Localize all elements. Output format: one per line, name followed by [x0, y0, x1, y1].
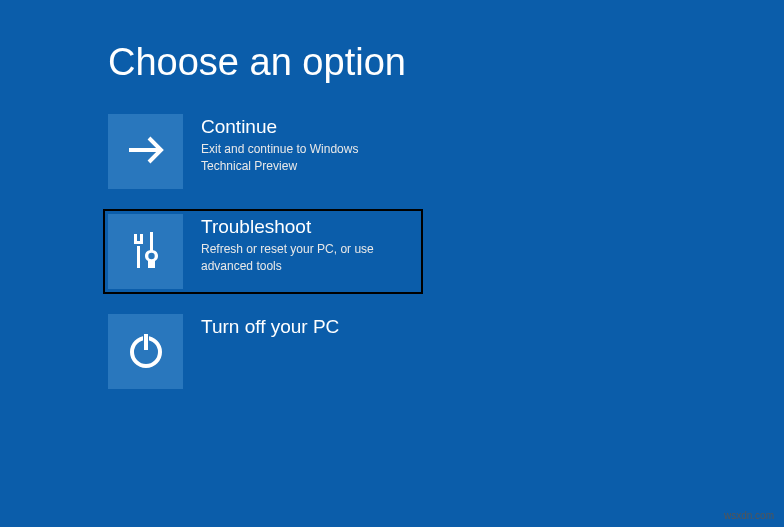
turnoff-tile — [108, 314, 183, 389]
continue-tile — [108, 114, 183, 189]
troubleshoot-desc: Refresh or reset your PC, or use advance… — [201, 241, 411, 275]
turnoff-title: Turn off your PC — [201, 316, 339, 338]
svg-point-2 — [148, 252, 154, 258]
continue-option[interactable]: Continue Exit and continue to Windows Te… — [108, 114, 418, 189]
tools-icon — [126, 228, 166, 276]
troubleshoot-text: Troubleshoot Refresh or reset your PC, o… — [201, 214, 411, 275]
svg-rect-5 — [144, 334, 148, 350]
page-title: Choose an option — [108, 41, 784, 84]
troubleshoot-option[interactable]: Troubleshoot Refresh or reset your PC, o… — [108, 214, 418, 289]
arrow-right-icon — [123, 127, 169, 177]
watermark: wsxdn.com — [724, 510, 774, 521]
power-icon — [125, 329, 167, 375]
svg-rect-0 — [137, 246, 140, 268]
continue-title: Continue — [201, 116, 411, 138]
turnoff-option[interactable]: Turn off your PC — [108, 314, 418, 389]
continue-text: Continue Exit and continue to Windows Te… — [201, 114, 411, 175]
troubleshoot-tile — [108, 214, 183, 289]
continue-desc: Exit and continue to Windows Technical P… — [201, 141, 411, 175]
turnoff-text: Turn off your PC — [201, 314, 339, 341]
troubleshoot-title: Troubleshoot — [201, 216, 411, 238]
recovery-options-screen: Choose an option Continue Exit and conti… — [0, 0, 784, 389]
